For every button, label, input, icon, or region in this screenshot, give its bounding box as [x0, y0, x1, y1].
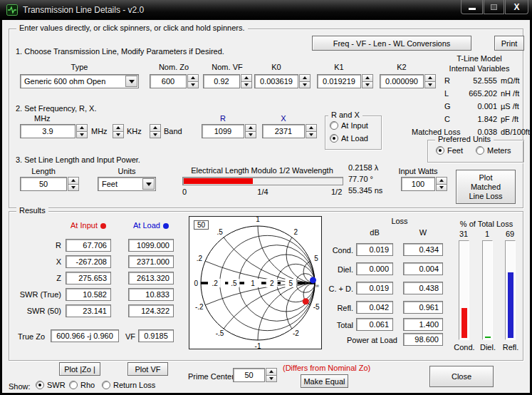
- loss-refl-db: 0.042: [356, 301, 393, 314]
- radio-icon: [36, 381, 44, 389]
- elec-degrees-value: 77.70 °: [348, 175, 373, 183]
- plot-matched-line2: Matched: [471, 183, 501, 192]
- svg-text:-5: -5: [313, 303, 320, 311]
- tline-l-value: 665.202: [454, 89, 497, 98]
- tline-c-value: 1.842: [454, 115, 497, 123]
- close-button[interactable]: Close: [429, 366, 494, 387]
- khz-step-label: KHz: [127, 127, 142, 135]
- units-meters-radio[interactable]: Meters: [476, 146, 511, 155]
- print-button[interactable]: Print: [494, 36, 524, 51]
- section2-heading: 2. Set Frequency, R, X.: [16, 104, 97, 113]
- type-dropdown[interactable]: Generic 600 ohm Open: [20, 74, 139, 88]
- randx-at-input-radio[interactable]: At Input: [330, 121, 368, 130]
- units-feet-radio[interactable]: Feet: [436, 146, 463, 155]
- k2-input[interactable]: 0.000090: [380, 74, 424, 88]
- units-dropdown[interactable]: Feet: [98, 177, 156, 191]
- svg-text:.5: .5: [231, 279, 237, 287]
- results-row-label: Z: [14, 274, 61, 282]
- frequency-spinner[interactable]: [76, 124, 88, 138]
- results-row-label: SWR (True): [14, 290, 61, 299]
- k1-spinner[interactable]: [362, 74, 373, 88]
- k1-input[interactable]: 0.019219: [317, 74, 361, 88]
- z-at-load-value: 2613.320: [128, 272, 174, 284]
- elec-tick-half: 1/2: [331, 188, 342, 196]
- band-step-label: Band: [164, 127, 182, 135]
- loss-cd-db: 0.019: [356, 282, 393, 294]
- loss-row-label: Total: [320, 321, 353, 329]
- at-load-dot-icon: [163, 223, 169, 229]
- show-swr-radio[interactable]: SWR: [36, 381, 66, 389]
- type-dropdown-value: Generic 600 ohm Open: [24, 77, 105, 86]
- maximize-icon: [491, 4, 497, 10]
- prime-center-input[interactable]: 50: [233, 368, 265, 382]
- k0-input[interactable]: 0.003619: [254, 74, 298, 88]
- r-at-load-value: 1099.000: [128, 239, 174, 252]
- loss-row-label: Refl.: [320, 304, 353, 312]
- maximize-button[interactable]: [484, 0, 504, 14]
- elec-lambda-value: 0.2158 λ: [348, 163, 378, 172]
- nom-zo-spinner[interactable]: [187, 74, 199, 88]
- loss-row-label: C. + D.: [320, 284, 353, 293]
- nom-vf-spinner[interactable]: [241, 74, 252, 88]
- units-feet-label: Feet: [447, 146, 463, 155]
- nom-vf-input[interactable]: 0.92: [203, 74, 240, 88]
- preferred-units-legend: Preferred Units: [435, 135, 494, 143]
- k0-label: K0: [254, 63, 298, 71]
- frequency-input[interactable]: 3.9: [20, 124, 75, 138]
- nom-zo-input[interactable]: 600: [150, 74, 187, 88]
- r-input[interactable]: 1099: [202, 124, 244, 138]
- svg-text:-.2: -.2: [195, 303, 204, 311]
- pct-refl-label: Refl.: [499, 343, 522, 352]
- prime-center-spinner[interactable]: [266, 368, 277, 382]
- show-return-loss-radio[interactable]: Return Loss: [102, 381, 155, 389]
- loss-diel-db: 0.000: [356, 262, 393, 275]
- input-watts-input[interactable]: 100: [401, 177, 435, 191]
- x-spinner[interactable]: [306, 124, 317, 138]
- randx-at-load-radio[interactable]: At Load: [330, 134, 368, 143]
- k1-label: K1: [317, 63, 361, 71]
- tline-r-unit: mΩ/ft: [501, 76, 520, 85]
- r-spinner[interactable]: [245, 124, 256, 138]
- show-rho-radio[interactable]: Rho: [69, 381, 95, 389]
- k2-label: K2: [380, 63, 424, 71]
- close-window-button[interactable]: X: [505, 0, 528, 14]
- svg-text:.2: .2: [212, 279, 218, 287]
- tline-l-sym: L: [444, 89, 449, 98]
- plot-zo-button[interactable]: Plot |Zo |: [59, 362, 100, 376]
- swr-true-at-input-value: 10.582: [66, 288, 111, 301]
- plot-vf-button[interactable]: Plot VF: [127, 362, 168, 376]
- swr-50-at-input-value: 23.141: [66, 304, 111, 317]
- plot-matched-line-loss-button[interactable]: Plot Matched Line Loss: [456, 170, 516, 204]
- svg-text:5: 5: [289, 279, 293, 287]
- k0-spinner[interactable]: [299, 74, 311, 88]
- type-dropdown-arrow[interactable]: [125, 76, 137, 87]
- units-label: Units: [98, 167, 156, 175]
- pct-cond-bar: [459, 240, 469, 340]
- svg-text:-1: -1: [255, 342, 261, 349]
- matched-loss-unit: dB/100ft: [501, 128, 530, 136]
- length-input[interactable]: 50: [20, 177, 67, 191]
- mhz-step-spinner[interactable]: [113, 124, 124, 138]
- smith-chart-plot: .2.51250∞125.5.2-1-2-5-.5-.2: [189, 217, 321, 349]
- input-watts-spinner[interactable]: [436, 177, 447, 191]
- x-input[interactable]: 2371: [262, 124, 305, 138]
- units-dropdown-arrow[interactable]: [142, 178, 155, 190]
- k2-spinner[interactable]: [424, 74, 436, 88]
- conversions-button[interactable]: Freq - VF - Len - WL Conversions: [312, 36, 471, 51]
- radio-icon: [69, 381, 78, 389]
- randx-at-input-label: At Input: [341, 121, 368, 130]
- smith-chart: .2.51250∞125.5.2-1-2-5-.5-.2 50: [189, 216, 322, 349]
- loss-w-header: W: [403, 228, 443, 237]
- titlebar[interactable]: Transmission Line Details - v2.0 X: [0, 0, 532, 20]
- tline-r-sym: R: [444, 76, 450, 85]
- at-input-header: At Input: [66, 221, 111, 230]
- r-label: R: [202, 114, 244, 123]
- minimize-button[interactable]: [461, 0, 483, 14]
- svg-text:-2: -2: [293, 329, 299, 337]
- make-equal-button[interactable]: Make Equal: [301, 374, 348, 388]
- khz-step-spinner[interactable]: [150, 124, 161, 138]
- nom-zo-label: Nom. Zo: [150, 63, 198, 71]
- loss-cd-w: 0.438: [403, 282, 443, 294]
- length-spinner[interactable]: [68, 177, 79, 191]
- section3-heading: 3. Set Line Length and Input Power.: [16, 155, 140, 164]
